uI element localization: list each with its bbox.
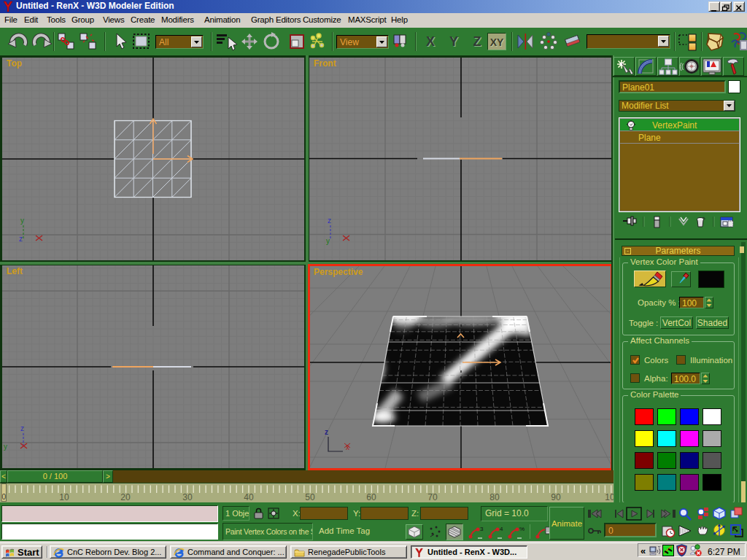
svg-text:20: 20: [120, 492, 131, 502]
svg-text:%: %: [519, 526, 525, 532]
svg-text:60: 60: [366, 492, 376, 502]
svg-text:z: z: [20, 424, 24, 432]
svg-text:z: z: [328, 217, 331, 225]
svg-text:y: y: [326, 237, 330, 245]
svg-text:10: 10: [605, 492, 614, 502]
svg-text:z: z: [19, 235, 23, 243]
svg-text:90: 90: [551, 492, 561, 502]
svg-text:z: z: [325, 428, 328, 436]
svg-text:50: 50: [305, 492, 315, 502]
svg-text:4: 4: [500, 526, 503, 532]
svg-text:10: 10: [59, 492, 69, 502]
svg-text:40: 40: [244, 492, 254, 502]
svg-text:80: 80: [489, 492, 500, 502]
svg-text:3: 3: [480, 526, 484, 532]
svg-text:70: 70: [427, 492, 438, 502]
svg-text:y: y: [20, 217, 24, 225]
svg-text:y: y: [4, 443, 7, 451]
svg-text:30: 30: [182, 492, 193, 502]
svg-text:0: 0: [2, 493, 7, 501]
